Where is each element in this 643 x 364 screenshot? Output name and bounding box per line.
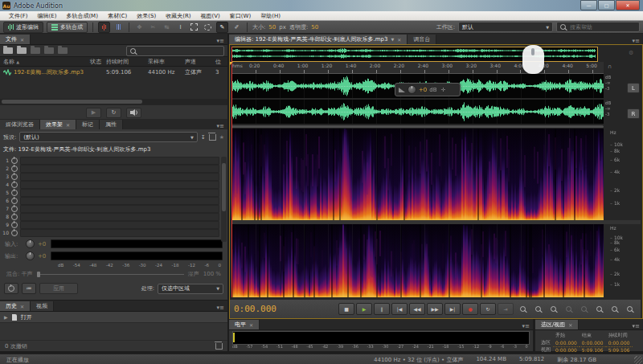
multitrack-button[interactable]: 多轨合成 bbox=[47, 22, 88, 33]
tab-effects-rack[interactable]: 效果架✕ bbox=[40, 120, 76, 129]
panel-menu-icon[interactable]: ▾≡ bbox=[633, 323, 643, 329]
effect-slot-3[interactable]: 3▶ bbox=[2, 173, 225, 180]
record-button[interactable]: ● bbox=[462, 303, 478, 315]
minimize-button[interactable]: — bbox=[580, 0, 597, 10]
menu-item[interactable]: 文件(F) bbox=[4, 12, 33, 20]
effect-slot-4[interactable]: 4▶ bbox=[2, 181, 225, 188]
process-dropdown[interactable]: 仅选中区域▼ bbox=[158, 284, 223, 294]
pause-button[interactable]: ∥ bbox=[374, 303, 390, 315]
maximize-button[interactable]: ▢ bbox=[598, 0, 615, 10]
waveform-editor-button[interactable]: 波形编辑 bbox=[3, 22, 43, 33]
preset-dropdown[interactable]: (默认)▼ bbox=[19, 132, 197, 142]
skip-to-start-button[interactable]: |◀ bbox=[391, 303, 408, 315]
menu-item[interactable]: 多轨合成(M) bbox=[61, 12, 103, 20]
insert-multitrack-icon[interactable] bbox=[44, 47, 54, 54]
help-search-input[interactable] bbox=[568, 23, 636, 31]
tab-selection-view[interactable]: 选区/视图✕ bbox=[535, 320, 579, 329]
panel-menu-icon[interactable]: ▾≡ bbox=[217, 123, 227, 129]
resize-grip[interactable] bbox=[634, 356, 642, 364]
power-icon[interactable] bbox=[11, 182, 18, 188]
delete-file-icon[interactable] bbox=[58, 47, 68, 54]
title-bar[interactable]: Au Adobe Audition — ▢ ✕ bbox=[0, 0, 643, 11]
slot-body[interactable] bbox=[20, 197, 219, 205]
apply-button[interactable]: 应用 bbox=[39, 283, 78, 294]
menu-item[interactable]: 效果(S) bbox=[132, 12, 161, 20]
move-tool-icon[interactable]: ✥ bbox=[134, 22, 145, 32]
files-search-box[interactable] bbox=[126, 46, 224, 56]
zoom-reset-icon[interactable] bbox=[548, 305, 558, 314]
spot-healing-tool-icon[interactable]: ✐ bbox=[231, 22, 242, 32]
open-file-icon[interactable] bbox=[3, 47, 13, 54]
loop-preview-button[interactable]: ↻ bbox=[106, 108, 121, 118]
output-gain-knob[interactable] bbox=[26, 252, 35, 260]
loop-button[interactable]: ↻ bbox=[480, 303, 496, 315]
panel-menu-icon[interactable]: ▾≡ bbox=[217, 305, 227, 311]
view-duration[interactable]: 5:09.106 bbox=[606, 346, 633, 354]
zoom-to-selection-icon[interactable] bbox=[563, 305, 573, 314]
tab-properties[interactable]: 属性 bbox=[100, 120, 123, 129]
import-file-icon[interactable] bbox=[17, 47, 27, 54]
workspace-dropdown[interactable]: 默认▼ bbox=[458, 22, 553, 32]
slip-tool-icon[interactable]: ↹ bbox=[162, 22, 172, 32]
zoom-to-inpoint-icon[interactable] bbox=[579, 305, 588, 314]
playhead-marker[interactable] bbox=[230, 62, 233, 65]
menu-item[interactable]: 窗口(W) bbox=[225, 12, 256, 20]
rack-scrollbar[interactable] bbox=[221, 157, 227, 242]
effect-slot-1[interactable]: 1▶ bbox=[2, 157, 225, 164]
power-icon[interactable] bbox=[11, 214, 18, 220]
slot-body[interactable] bbox=[20, 173, 219, 181]
lasso-selection-tool-icon[interactable] bbox=[203, 22, 213, 32]
panel-menu-icon[interactable]: ▾≡ bbox=[633, 38, 643, 44]
rack-list-toggle-button[interactable]: ≔ bbox=[22, 283, 36, 294]
power-icon[interactable] bbox=[11, 222, 18, 228]
zoom-in-icon[interactable] bbox=[518, 305, 527, 314]
delete-history-icon[interactable] bbox=[215, 343, 223, 350]
razor-tool-icon[interactable]: ✂ bbox=[148, 22, 158, 32]
files-column-headers[interactable]: 名称 ▲ 状态 持续时间 采样率 声道 位 bbox=[0, 56, 227, 67]
power-icon[interactable] bbox=[11, 190, 18, 196]
files-horizontal-scrollbar[interactable] bbox=[0, 99, 227, 104]
playhead[interactable] bbox=[231, 47, 232, 297]
headphones-icon[interactable]: ∩ bbox=[608, 63, 612, 70]
zoom-out-time-icon[interactable] bbox=[609, 305, 619, 314]
effect-slot-7[interactable]: 7▶ bbox=[2, 205, 225, 212]
skip-to-end-button[interactable]: ▶| bbox=[444, 303, 461, 315]
slot-body[interactable] bbox=[20, 229, 219, 237]
help-search-box[interactable] bbox=[556, 22, 640, 32]
tab-editor[interactable]: 编辑器: 192-E黄梅戏-严凤英-牛郎织女-到底人间欢乐多.mp3▼✕ bbox=[229, 35, 408, 44]
tab-history[interactable]: 历史✕ bbox=[0, 301, 31, 311]
spectrogram-right-channel[interactable] bbox=[231, 224, 604, 297]
effect-slot-10[interactable]: 10▶ bbox=[2, 229, 225, 236]
time-selection-tool-icon[interactable]: I bbox=[175, 22, 186, 32]
gear-icon[interactable]: ⚙ bbox=[629, 50, 633, 56]
zoom-in-time-icon[interactable] bbox=[594, 305, 604, 314]
close-icon[interactable]: ✕ bbox=[20, 37, 24, 43]
input-gain-knob[interactable] bbox=[26, 239, 35, 248]
brush-size-value[interactable]: 50 bbox=[268, 24, 276, 31]
skip-selection-button[interactable]: ⇥ bbox=[498, 303, 514, 315]
selection-duration[interactable]: 0:00.000 bbox=[606, 339, 633, 346]
waveform-right-channel[interactable] bbox=[231, 100, 604, 124]
power-icon[interactable] bbox=[11, 198, 18, 204]
spectral-view-icon[interactable] bbox=[113, 22, 124, 32]
view-start[interactable]: 0:00.000 bbox=[553, 346, 580, 354]
tab-levels[interactable]: 电平✕ bbox=[229, 320, 260, 329]
tab-media-browser[interactable]: 媒体浏览器 bbox=[0, 120, 40, 129]
mix-slider[interactable] bbox=[37, 274, 184, 275]
rack-power-button[interactable] bbox=[4, 283, 18, 294]
slot-body[interactable] bbox=[20, 221, 219, 229]
fast-forward-button[interactable]: ▶▶ bbox=[427, 303, 443, 315]
effect-slot-5[interactable]: 5▶ bbox=[2, 189, 225, 196]
panel-menu-icon[interactable]: ▾≡ bbox=[522, 323, 533, 329]
zoom-out-icon[interactable] bbox=[533, 305, 543, 314]
power-icon[interactable] bbox=[11, 157, 18, 164]
waveform-view-icon[interactable] bbox=[98, 22, 110, 33]
zoom-full-icon[interactable] bbox=[625, 305, 634, 314]
effect-slot-8[interactable]: 8▶ bbox=[2, 213, 225, 220]
slot-body[interactable] bbox=[20, 157, 219, 165]
file-row[interactable]: 192-E黄梅...间欢乐多.mp3 5:09.106 44100 Hz 立体声… bbox=[0, 67, 227, 77]
rewind-button[interactable]: ◀◀ bbox=[409, 303, 425, 315]
tab-files[interactable]: 文件✕ bbox=[0, 35, 31, 44]
timeline-ruler[interactable]: hms0:200:401:001:201:402:002:202:403:003… bbox=[231, 62, 604, 74]
slot-body[interactable] bbox=[20, 189, 219, 197]
